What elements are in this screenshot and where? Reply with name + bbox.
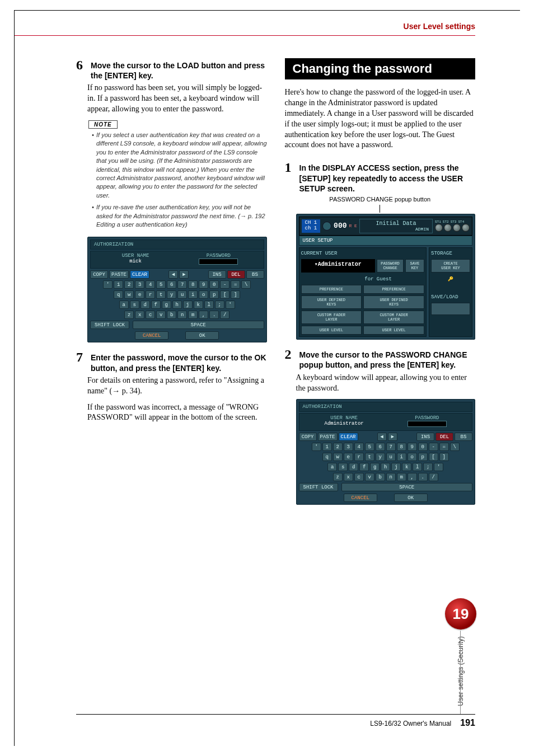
key-button[interactable]: p <box>418 453 428 461</box>
key-button[interactable]: z <box>124 311 134 319</box>
ins-button[interactable]: INS <box>208 270 226 279</box>
key-button[interactable]: 1 <box>322 443 332 451</box>
key-button[interactable]: t <box>156 290 166 299</box>
key-button[interactable]: , <box>199 311 208 319</box>
key-button[interactable]: c <box>354 473 364 481</box>
key-button[interactable]: a <box>119 300 129 309</box>
key-button[interactable]: , <box>407 473 417 481</box>
key-button[interactable]: j <box>183 300 193 309</box>
key-button[interactable]: a <box>327 463 337 471</box>
key-button[interactable]: z <box>333 473 343 481</box>
ins-button[interactable]: INS <box>416 433 434 441</box>
key-button[interactable]: 2 <box>333 443 343 451</box>
key-button[interactable]: r <box>354 453 364 461</box>
shift-lock-button[interactable]: SHIFT LOCK <box>299 483 338 491</box>
arrow-right-icon[interactable]: ► <box>388 433 397 441</box>
key-button[interactable]: q <box>114 290 123 299</box>
arrow-left-icon[interactable]: ◄ <box>377 433 387 441</box>
key-button[interactable]: w <box>333 453 343 461</box>
key-button[interactable]: - <box>429 443 438 451</box>
key-button[interactable]: h <box>381 463 390 471</box>
key-button[interactable]: n <box>177 311 187 319</box>
setup-button[interactable]: USER LEVEL <box>301 326 362 335</box>
admin-display[interactable]: ▾Administrator <box>301 259 376 273</box>
key-button[interactable]: e <box>135 290 144 299</box>
del-button[interactable]: DEL <box>435 433 453 441</box>
setup-button[interactable]: USER DEFINED KEYS <box>301 295 362 309</box>
key-button[interactable]: 8 <box>397 443 406 451</box>
arrow-left-icon[interactable]: ◄ <box>168 270 178 279</box>
paste-button[interactable]: PASTE <box>109 270 129 279</box>
bs-button[interactable]: BS <box>455 433 472 441</box>
key-button[interactable]: o <box>407 453 417 461</box>
key-button[interactable]: 6 <box>167 280 176 289</box>
key-button[interactable]: p <box>209 290 219 299</box>
ok-button[interactable]: OK <box>394 494 428 502</box>
key-button[interactable]: b <box>376 473 385 481</box>
key-button[interactable]: 7 <box>177 280 187 289</box>
key-button[interactable]: l <box>204 300 214 309</box>
key-button[interactable]: ' <box>103 280 113 289</box>
key-button[interactable]: y <box>167 290 176 299</box>
key-button[interactable]: ' <box>434 463 443 471</box>
bs-button[interactable]: BS <box>246 270 264 279</box>
del-button[interactable]: DEL <box>227 270 245 279</box>
key-button[interactable]: [ <box>220 290 229 299</box>
save-load-button[interactable] <box>431 303 470 315</box>
key-button[interactable]: 3 <box>344 443 353 451</box>
key-button[interactable]: 4 <box>146 280 155 289</box>
key-button[interactable]: g <box>370 463 380 471</box>
copy-button[interactable]: COPY <box>90 270 108 279</box>
key-button[interactable]: b <box>167 311 176 319</box>
key-button[interactable]: x <box>135 311 144 319</box>
arrow-right-icon[interactable]: ► <box>179 270 189 279</box>
key-button[interactable]: y <box>376 453 385 461</box>
key-button[interactable]: x <box>344 473 353 481</box>
key-button[interactable]: r <box>146 290 155 299</box>
key-button[interactable]: n <box>386 473 396 481</box>
key-button[interactable]: m <box>188 311 198 319</box>
key-button[interactable]: f <box>151 300 161 309</box>
key-button[interactable]: 1 <box>114 280 123 289</box>
key-button[interactable]: [ <box>429 453 438 461</box>
key-button[interactable]: / <box>429 473 438 481</box>
key-button[interactable]: e <box>344 453 353 461</box>
key-button[interactable]: l <box>413 463 422 471</box>
key-button[interactable]: 4 <box>354 443 364 451</box>
clear-button[interactable]: CLEAR <box>339 433 358 441</box>
key-button[interactable]: s <box>338 463 348 471</box>
ok-button[interactable]: OK <box>185 331 219 340</box>
key-button[interactable]: . <box>418 473 428 481</box>
save-key-button[interactable]: SAVE KEY <box>405 259 424 273</box>
key-button[interactable]: v <box>365 473 374 481</box>
setup-button[interactable]: CUSTOM FADER LAYER <box>363 311 424 324</box>
key-button[interactable]: 5 <box>365 443 374 451</box>
key-button[interactable]: \ <box>450 443 460 451</box>
key-button[interactable]: 3 <box>135 280 144 289</box>
key-button[interactable]: s <box>130 300 139 309</box>
copy-button[interactable]: COPY <box>299 433 317 441</box>
key-button[interactable]: u <box>386 453 396 461</box>
key-button[interactable]: h <box>172 300 182 309</box>
key-button[interactable]: 8 <box>188 280 198 289</box>
key-button[interactable]: / <box>220 311 229 319</box>
space-button[interactable]: SPACE <box>341 483 473 491</box>
key-button[interactable]: d <box>140 300 150 309</box>
key-button[interactable]: 6 <box>376 443 385 451</box>
key-button[interactable]: ] <box>439 453 449 461</box>
key-button[interactable]: t <box>365 453 374 461</box>
space-button[interactable]: SPACE <box>133 321 264 329</box>
key-button[interactable]: k <box>402 463 411 471</box>
key-button[interactable]: 2 <box>124 280 134 289</box>
shift-lock-button[interactable]: SHIFT LOCK <box>90 321 129 329</box>
key-button[interactable]: 0 <box>418 443 428 451</box>
key-button[interactable]: i <box>188 290 198 299</box>
key-button[interactable]: j <box>391 463 401 471</box>
setup-button[interactable]: PREFERENCE <box>363 285 424 294</box>
setup-button[interactable]: PREFERENCE <box>301 285 362 294</box>
key-button[interactable]: d <box>349 463 358 471</box>
key-button[interactable]: w <box>124 290 134 299</box>
key-button[interactable]: q <box>322 453 332 461</box>
password-change-button[interactable]: PASSWORD CHANGE <box>377 259 404 273</box>
key-button[interactable]: o <box>199 290 208 299</box>
